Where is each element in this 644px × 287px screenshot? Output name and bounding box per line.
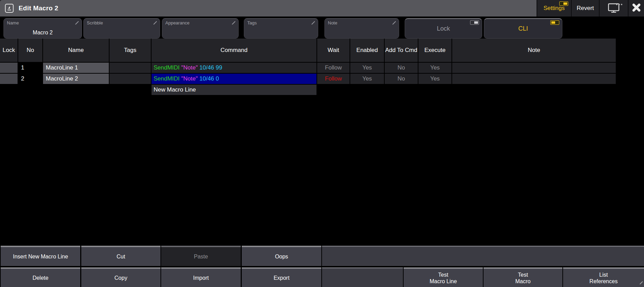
settings-label: Settings (543, 5, 564, 12)
column-header-command[interactable]: Command (152, 39, 316, 62)
edit-pencil-icon (153, 20, 157, 26)
column-header-execute[interactable]: Execute (418, 39, 451, 62)
revert-label: Revert (577, 5, 594, 12)
column-header-no[interactable]: No (18, 39, 42, 62)
lock-toggle-button[interactable]: Lock (405, 18, 482, 39)
command-keyword: SendMIDI (154, 75, 181, 82)
delete-button[interactable]: Delete (1, 267, 80, 287)
name-field-value: Macro 2 (4, 30, 82, 36)
edit-pencil-icon (311, 20, 315, 26)
revert-button[interactable]: Revert (571, 0, 599, 17)
table-header-row: Lock No Name Tags Command Wait Enabled A… (0, 39, 616, 62)
test-macro-line-label-1: Test (438, 272, 448, 278)
column-header-name[interactable]: Name (43, 39, 109, 62)
test-macro-line-label-2: Macro Line (429, 278, 457, 285)
column-header-lock[interactable]: Lock (0, 39, 18, 62)
table-row-selected: 2 MacroLine 2 SendMIDI "Note" 10/46 0 Fo… (0, 74, 616, 84)
macro-line-table: Lock No Name Tags Command Wait Enabled A… (0, 39, 616, 96)
empty-action-slot (322, 267, 403, 287)
test-macro-line-button[interactable]: Test Macro Line (404, 267, 483, 287)
resize-corner-icon (639, 280, 643, 286)
lock-cell[interactable] (0, 63, 18, 73)
insert-new-macro-line-button[interactable]: Insert New Macro Line (1, 246, 80, 266)
table-row: 1 MacroLine 1 SendMIDI "Note" 10/46 99 F… (0, 63, 616, 73)
tags-field-label: Tags (247, 20, 257, 25)
tags-field[interactable]: Tags (244, 18, 318, 39)
import-button[interactable]: Import (161, 267, 241, 287)
enabled-cell[interactable]: Yes (350, 63, 384, 73)
column-header-tags[interactable]: Tags (110, 39, 151, 62)
lock-toggle-icon (470, 20, 479, 25)
add-to-cmd-cell[interactable]: No (385, 74, 418, 84)
column-header-wait[interactable]: Wait (317, 39, 350, 62)
command-keyword: SendMIDI (154, 64, 181, 71)
column-header-add-to-cmd[interactable]: Add To Cmd (385, 39, 418, 62)
list-references-button[interactable]: List References (563, 267, 644, 287)
bottom-right-panel (322, 246, 644, 266)
command-string: "Note" (181, 64, 199, 71)
edit-macro-window: Edit Macro 2 Settings Revert (0, 0, 644, 287)
lock-cell[interactable] (0, 74, 18, 84)
command-args: 10/46 0 (199, 75, 219, 82)
ellipsis-icon (615, 1, 623, 8)
command-cell[interactable]: SendMIDI "Note" 10/46 0 (152, 74, 316, 84)
cli-toggle-icon (550, 20, 559, 25)
edit-pencil-icon (231, 20, 236, 26)
title-bar-gray: Edit Macro 2 (0, 0, 537, 17)
edit-pencil-icon (392, 20, 396, 26)
wait-cell[interactable]: Follow (317, 63, 350, 73)
cut-button[interactable]: Cut (81, 246, 160, 266)
tags-cell[interactable] (110, 63, 151, 73)
tags-cell[interactable] (110, 74, 151, 84)
list-references-label-2: References (590, 278, 618, 285)
test-macro-label-2: Macro (515, 278, 530, 285)
move-to-screen-button[interactable] (599, 0, 628, 17)
appearance-field[interactable]: Appearance (162, 18, 239, 39)
lock-label: Lock (437, 25, 450, 32)
oops-button[interactable]: Oops (242, 246, 321, 266)
note-cell[interactable] (452, 63, 616, 73)
close-icon (631, 2, 642, 14)
enabled-cell[interactable]: Yes (350, 74, 384, 84)
test-macro-label-1: Test (518, 272, 528, 278)
edit-pencil-icon (75, 20, 79, 26)
scribble-field-label: Scribble (87, 20, 103, 25)
command-string: "Note" (181, 75, 199, 82)
appearance-field-label: Appearance (165, 20, 189, 25)
macro-document-icon (5, 3, 14, 13)
name-field[interactable]: Name Macro 2 (3, 18, 82, 39)
name-cell[interactable]: MacroLine 1 (43, 63, 109, 73)
paste-button[interactable]: Paste (161, 246, 241, 266)
cli-toggle-button[interactable]: CLI (484, 18, 562, 39)
test-macro-button[interactable]: Test Macro (484, 267, 562, 287)
window-title: Edit Macro 2 (19, 4, 58, 12)
command-args: 10/46 99 (199, 64, 222, 71)
add-to-cmd-cell[interactable]: No (385, 63, 418, 73)
execute-cell[interactable]: Yes (418, 63, 451, 73)
new-macro-line-row: New Macro Line (0, 85, 616, 95)
cli-label: CLI (518, 25, 528, 32)
name-field-label: Name (7, 20, 19, 25)
settings-button[interactable]: Settings (537, 0, 571, 17)
no-cell[interactable]: 2 (18, 74, 42, 84)
execute-cell[interactable]: Yes (418, 74, 451, 84)
new-macro-line-cell[interactable]: New Macro Line (152, 85, 316, 95)
note-field-label: Note (328, 20, 337, 25)
scribble-field[interactable]: Scribble (83, 18, 160, 39)
column-header-enabled[interactable]: Enabled (350, 39, 384, 62)
name-cell[interactable]: MacroLine 2 (43, 74, 109, 84)
command-cell[interactable]: SendMIDI "Note" 10/46 99 (152, 63, 316, 73)
close-button[interactable] (628, 0, 644, 17)
copy-button[interactable]: Copy (81, 267, 160, 287)
note-field[interactable]: Note (324, 18, 399, 39)
wait-cell[interactable]: Follow (317, 74, 350, 84)
list-references-label-1: List (599, 272, 608, 278)
title-bar: Edit Macro 2 Settings Revert (0, 0, 644, 17)
no-cell[interactable]: 1 (18, 63, 42, 73)
column-header-note[interactable]: Note (452, 39, 616, 62)
note-cell[interactable] (452, 74, 616, 84)
export-button[interactable]: Export (242, 267, 321, 287)
settings-toggle-icon (559, 1, 568, 6)
